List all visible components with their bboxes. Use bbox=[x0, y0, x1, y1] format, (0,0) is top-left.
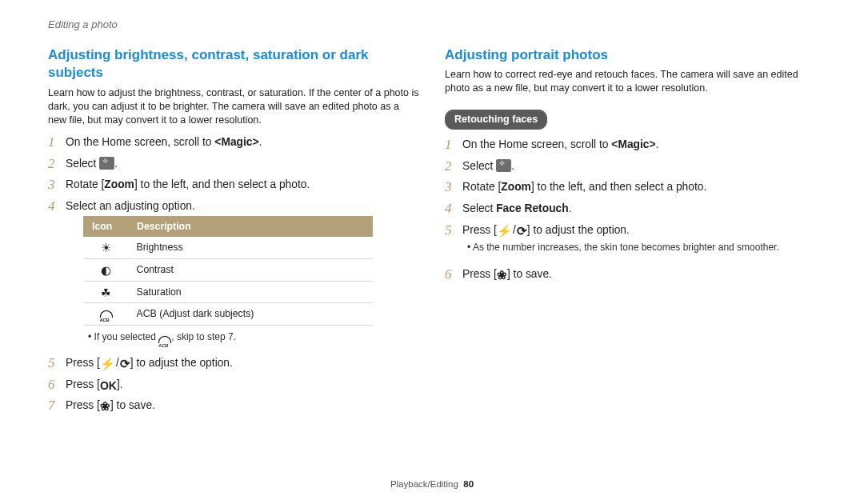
retouching-faces-pill: Retouching faces bbox=[445, 110, 547, 130]
acb-icon bbox=[100, 310, 113, 318]
timer-icon bbox=[517, 225, 527, 237]
table-header-description: Description bbox=[129, 216, 373, 237]
zoom-label: Zoom bbox=[104, 178, 134, 190]
step-number: 5 bbox=[48, 356, 66, 371]
step-text: ] to adjust the option. bbox=[527, 224, 630, 236]
page-footer: Playback/Editing 80 bbox=[0, 478, 864, 491]
face-retouch-label: Face Retouch bbox=[496, 202, 568, 214]
step-text: ] to the left, and then select a photo. bbox=[134, 178, 310, 190]
two-column-layout: Adjusting brightness, contrast, saturati… bbox=[48, 46, 816, 420]
right-step-4: 4 Select Face Retouch. bbox=[445, 202, 816, 217]
step-5-note: As the number increases, the skin tone b… bbox=[467, 241, 816, 254]
step-number: 1 bbox=[48, 135, 66, 150]
step-text: Press [ bbox=[462, 224, 497, 236]
step-number: 3 bbox=[48, 178, 66, 193]
step-text: ] to save. bbox=[110, 399, 155, 411]
right-step-1: 1 On the Home screen, scroll to <Magic>. bbox=[445, 138, 816, 153]
right-column: Adjusting portrait photos Learn how to c… bbox=[445, 46, 816, 420]
left-step-5: 5 Press [/] to adjust the option. bbox=[48, 356, 419, 371]
step-text: Rotate [ bbox=[462, 181, 501, 193]
table-row: Contrast bbox=[84, 258, 373, 281]
timer-icon bbox=[120, 358, 130, 370]
step-text: . bbox=[656, 138, 659, 150]
step-number: 1 bbox=[445, 138, 462, 153]
brightness-icon bbox=[101, 242, 111, 254]
contrast-icon bbox=[101, 264, 111, 276]
table-cell-desc: Saturation bbox=[129, 281, 373, 303]
table-row: Saturation bbox=[84, 281, 373, 303]
magic-wand-icon bbox=[496, 159, 511, 172]
step-text: Select an adjusting option. bbox=[66, 200, 195, 212]
step-text: Press [ bbox=[462, 268, 497, 280]
step-text: . bbox=[259, 136, 262, 148]
step-text: On the Home screen, scroll to bbox=[66, 136, 214, 148]
ok-icon: OK bbox=[100, 380, 117, 391]
left-step-2: 2 Select . bbox=[48, 157, 419, 172]
step-number: 5 bbox=[445, 223, 462, 238]
flash-icon bbox=[497, 225, 512, 237]
left-steps: 1 On the Home screen, scroll to <Magic>.… bbox=[48, 135, 419, 414]
step-text: ]. bbox=[117, 378, 123, 390]
step-text: Select bbox=[462, 160, 496, 172]
macro-flower-icon bbox=[497, 269, 507, 281]
step-number: 2 bbox=[445, 159, 462, 174]
step-number: 7 bbox=[48, 398, 66, 414]
footer-page-number: 80 bbox=[463, 479, 474, 489]
zoom-label: Zoom bbox=[501, 181, 531, 193]
left-lead: Learn how to adjust the brightness, cont… bbox=[48, 86, 419, 127]
breadcrumb: Editing a photo bbox=[48, 18, 816, 32]
left-section-title: Adjusting brightness, contrast, saturati… bbox=[48, 46, 419, 83]
right-section-title: Adjusting portrait photos bbox=[445, 46, 816, 65]
step-text: Rotate [ bbox=[66, 178, 104, 190]
step-number: 6 bbox=[48, 378, 66, 393]
table-cell-desc: Contrast bbox=[129, 258, 373, 281]
right-step-6: 6 Press [] to save. bbox=[445, 267, 816, 282]
step-text: . bbox=[114, 158, 118, 170]
step-text: Select bbox=[66, 158, 99, 170]
table-row: Brightness bbox=[84, 237, 373, 259]
step-text: . bbox=[569, 202, 572, 214]
step-number: 6 bbox=[445, 267, 462, 282]
step-number: 2 bbox=[48, 157, 66, 172]
magic-label: <Magic> bbox=[214, 136, 258, 148]
step-text: ] to save. bbox=[507, 268, 552, 280]
adjust-options-table: Icon Description Brightness Cont bbox=[83, 216, 373, 326]
right-step-5: 5 Press [/] to adjust the option. As the… bbox=[445, 223, 816, 261]
table-row: ACB (Adjust dark subjects) bbox=[84, 303, 373, 326]
right-lead: Learn how to correct red-eye and retouch… bbox=[445, 68, 816, 95]
left-column: Adjusting brightness, contrast, saturati… bbox=[48, 46, 419, 420]
step-4-note: If you selected , skip to step 7. bbox=[88, 330, 419, 343]
magic-label: <Magic> bbox=[611, 138, 655, 150]
right-step-3: 3 Rotate [Zoom] to the left, and then se… bbox=[445, 180, 816, 195]
step-text: ] to adjust the option. bbox=[130, 357, 233, 369]
step-text: . bbox=[511, 160, 514, 172]
step-text: Press [ bbox=[66, 378, 100, 390]
table-header-icon: Icon bbox=[84, 216, 129, 237]
saturation-icon bbox=[101, 286, 111, 298]
step-number: 3 bbox=[445, 180, 462, 195]
left-step-6: 6 Press [OK]. bbox=[48, 378, 419, 393]
step-text: Select bbox=[462, 202, 496, 214]
step-number: 4 bbox=[48, 199, 66, 214]
step-text: On the Home screen, scroll to bbox=[462, 138, 611, 150]
right-step-2: 2 Select . bbox=[445, 159, 816, 174]
macro-flower-icon bbox=[100, 400, 110, 412]
flash-icon bbox=[100, 358, 115, 370]
step-text: ] to the left, and then select a photo. bbox=[531, 181, 706, 193]
note-text: , skip to step 7. bbox=[171, 331, 236, 342]
footer-section: Playback/Editing bbox=[390, 479, 458, 489]
left-step-3: 3 Rotate [Zoom] to the left, and then se… bbox=[48, 178, 419, 193]
magic-wand-icon bbox=[99, 157, 114, 170]
note-text: If you selected bbox=[94, 331, 159, 342]
left-step-7: 7 Press [] to save. bbox=[48, 398, 419, 414]
left-step-4: 4 Select an adjusting option. Icon Descr… bbox=[48, 199, 419, 350]
acb-icon bbox=[158, 336, 171, 343]
right-steps: 1 On the Home screen, scroll to <Magic>.… bbox=[445, 138, 816, 282]
step-text: Press [ bbox=[66, 399, 100, 411]
table-cell-desc: ACB (Adjust dark subjects) bbox=[129, 303, 373, 326]
table-cell-desc: Brightness bbox=[129, 237, 373, 259]
step-text: Press [ bbox=[66, 357, 100, 369]
left-step-1: 1 On the Home screen, scroll to <Magic>. bbox=[48, 135, 419, 150]
step-number: 4 bbox=[445, 202, 462, 217]
